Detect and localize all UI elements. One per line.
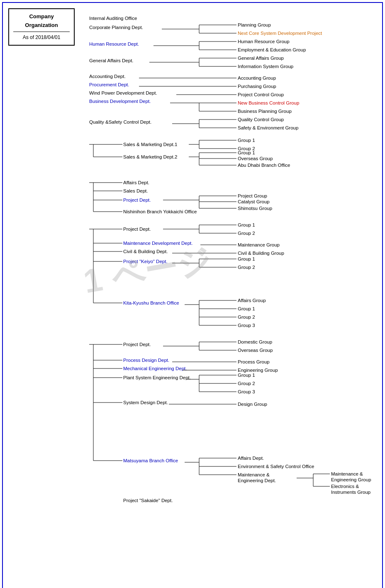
plant-group2-label: Group 2 — [238, 381, 255, 386]
maintenance-dev-dept-label: Maintenance Development Dept. — [123, 241, 193, 246]
civil-building-group-label: Civil & Building Group — [238, 251, 284, 256]
electronics-label: Electronics & — [331, 484, 359, 489]
proj-div-dept-label: Project Dept. — [123, 227, 151, 232]
accounting-dept-label: Accounting Dept. — [89, 74, 126, 79]
plant-group3-label: Group 3 — [238, 389, 255, 394]
proj-div-group2-label: Group 2 — [238, 231, 255, 236]
title-line1: Company — [13, 12, 70, 21]
keiyo-group2-label: Group 2 — [238, 265, 255, 270]
kita-kyushu-label: Kita-Kyushu Branch Office — [123, 300, 179, 305]
env-safety-label: Environment & Safety Control Office — [238, 464, 314, 469]
general-affairs-group-label: General Affairs Group — [238, 56, 284, 61]
org-chart: text { font-family: Arial, sans-serif; f… — [89, 8, 377, 586]
employment-edu-label: Employment & Education Group — [238, 47, 306, 52]
catalyst-group-label: Catalyst Group — [238, 199, 270, 204]
general-affairs-dept-label: General Affairs Dept. — [89, 58, 134, 63]
new-biz-ctrl-group-label: New Business Control Group — [238, 100, 299, 105]
maint-eng-group-label: Maintenance & — [331, 471, 363, 476]
internal-auditing-label: Internal Auditing Office — [89, 16, 137, 21]
sm-dept2-group1-label: Group 1 — [238, 150, 255, 155]
planning-group-label: Planning Group — [238, 22, 271, 27]
nishi-project-dept-label: Project Dept. — [123, 198, 151, 203]
sm-dept2-abudhabi-label: Abu Dhabi Branch Office — [238, 163, 290, 168]
matsuyama-label: Matsuyama Branch Office — [123, 458, 178, 463]
corp-planning-label: Corporate Planning Dept. — [89, 25, 143, 30]
sm-dept2-label: Sales & Marketing Dept.2 — [123, 154, 177, 159]
overseas-group-label: Overseas Group — [238, 348, 273, 353]
eng-project-dept-label: Project Dept. — [123, 342, 151, 347]
procurement-dept-label: Procurement Dept. — [89, 82, 129, 87]
maint-eng-dept-label2: Engineering Dept. — [238, 478, 276, 483]
process-design-dept-label: Process Design Dept. — [123, 358, 169, 363]
civil-building-dept-label: Civil & Building Dept. — [123, 249, 168, 254]
next-core-label: Next Core System Development Project — [238, 31, 322, 36]
maintenance-group-label: Maintenance Group — [238, 242, 280, 247]
mech-eng-dept-label: Mechanical Engineering Dept. — [123, 366, 187, 371]
hr-dept-label: Human Resource Dept. — [89, 41, 139, 46]
title-date: As of 2018/04/01 — [13, 32, 70, 41]
project-group-label: Project Group — [238, 193, 267, 198]
keiyo-group1-label: Group 1 — [238, 256, 255, 261]
purchasing-group-label: Purchasing Group — [238, 84, 276, 89]
title-box: Company Organization As of 2018/04/01 — [8, 8, 75, 46]
plant-group1-label: Group 1 — [238, 373, 255, 378]
instruments-label: Instruments Group — [331, 490, 370, 495]
page: Company Organization As of 2018/04/01 1 … — [0, 0, 385, 588]
engineering-group-label: Engineering Group — [238, 368, 278, 373]
nishi-sales-dept-label: Sales Dept. — [123, 188, 148, 193]
accounting-group-label: Accounting Group — [238, 76, 276, 81]
kita-group2-label: Group 2 — [238, 315, 255, 320]
quality-safety-dept-label: Quality &Safety Control Dept. — [89, 120, 151, 124]
design-group-label: Design Group — [238, 402, 267, 407]
safety-env-group-label: Safety & Environment Group — [238, 125, 298, 130]
hr-group-label: Human Resource Group — [238, 39, 290, 44]
maint-eng-group-label2: Engineering Group — [331, 477, 371, 482]
biz-planning-group-label: Business Planning Group — [238, 109, 292, 114]
shimotsu-group-label: Shimotsu Group — [238, 206, 272, 211]
maint-eng-dept-label: Maintenance & — [238, 472, 270, 477]
sakaide-dept-label: Project "Sakaide" Dept. — [123, 498, 173, 503]
title-line2: Organization — [13, 21, 70, 30]
wind-power-dept-label: Wind Power Development Dept. — [89, 90, 157, 95]
kita-group3-label: Group 3 — [238, 323, 255, 328]
sm-dept2-overseas-label: Overseas Group — [238, 156, 273, 161]
yokkaichi-label: Nishinihon Branch Yokkaichi Office — [123, 209, 197, 214]
org-svg: text { font-family: Arial, sans-serif; f… — [89, 12, 385, 585]
matsuyama-affairs-label: Affairs Dept. — [238, 456, 264, 461]
plant-sys-dept-label: Plant System Engineering Dept. — [123, 375, 191, 380]
project-control-group-label: Project Control Group — [238, 92, 284, 97]
sm-dept1-group1-label: Group 1 — [238, 138, 255, 143]
info-system-group-label: Information System Group — [238, 64, 293, 69]
quality-ctrl-group-label: Quality Control Group — [238, 117, 284, 122]
proj-div-group1-label: Group 1 — [238, 222, 255, 227]
sys-design-dept-label: System Design Dept. — [123, 400, 168, 405]
kita-affairs-group-label: Affairs Group — [238, 298, 266, 303]
biz-dev-dept-label: Business Development Dept. — [89, 99, 151, 104]
keiyo-dept-label: Project "Keiyo" Dept. — [123, 259, 168, 264]
domestic-group-label: Domestic Group — [238, 339, 272, 344]
sm-dept1-label: Sales & Marketing Dept.1 — [123, 142, 177, 147]
affairs-dept-label: Affairs Dept. — [123, 180, 149, 185]
kita-group1-label: Group 1 — [238, 306, 255, 311]
process-group-label: Process Group — [238, 359, 270, 364]
